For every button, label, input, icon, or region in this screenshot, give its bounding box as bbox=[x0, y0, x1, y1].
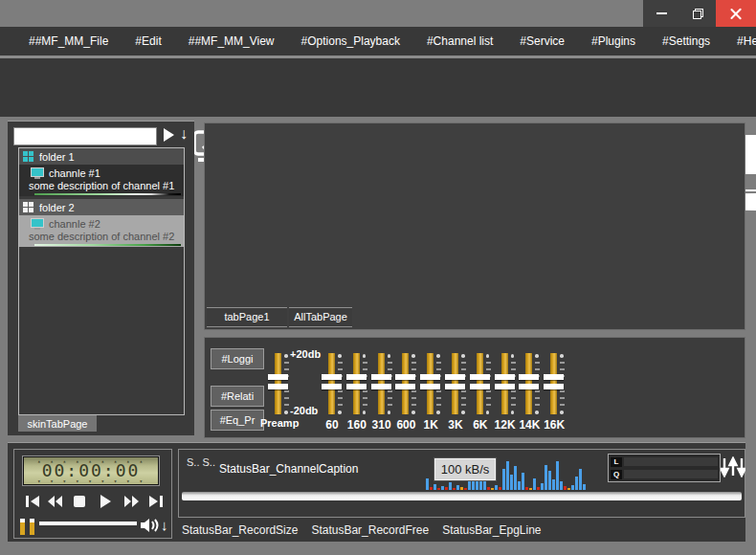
fast-forward-button[interactable] bbox=[123, 495, 141, 508]
stop-button[interactable] bbox=[73, 495, 90, 508]
eq-button-eq-pr[interactable]: #Eq_Pr bbox=[211, 410, 264, 431]
play-transport-button[interactable] bbox=[99, 495, 116, 508]
main-panel: tabPage1AllTabPage bbox=[204, 122, 745, 330]
spectrum-bar bbox=[560, 481, 563, 490]
spectrum-bar bbox=[545, 465, 547, 490]
menu-item-mf-mm-file[interactable]: ##MF_MM_File bbox=[15, 34, 122, 48]
record-progress-bar[interactable] bbox=[182, 492, 742, 500]
volume-bar-right[interactable] bbox=[30, 519, 34, 535]
speaker-icon[interactable] bbox=[140, 518, 160, 537]
spectrum-bar bbox=[529, 488, 532, 490]
status-labels: StatusBar_RecordSizeStatusBar_RecordFree… bbox=[182, 523, 542, 537]
eq-handle[interactable] bbox=[371, 374, 391, 389]
previous-track-icon bbox=[25, 495, 40, 508]
status-label-statusbar-recordsize: StatusBar_RecordSize bbox=[182, 523, 298, 537]
menu-item-plugins[interactable]: #Plugins bbox=[578, 34, 649, 48]
channel-description: some description of channel #1 bbox=[19, 180, 184, 192]
title-bar bbox=[0, 0, 756, 27]
bitrate-value: 100 kB/s bbox=[434, 458, 496, 480]
seek-bar[interactable] bbox=[39, 522, 137, 525]
spectrum-bar bbox=[537, 487, 540, 490]
restore-icon bbox=[693, 9, 703, 19]
restore-button[interactable] bbox=[679, 0, 716, 27]
channel-label: channle #1 bbox=[49, 167, 100, 179]
spectrum-bar bbox=[556, 461, 559, 490]
menu-item-channel-list[interactable]: #Channel list bbox=[413, 34, 506, 48]
monitor-icon bbox=[31, 218, 44, 230]
menu-item-service[interactable]: #Service bbox=[506, 34, 578, 48]
spectrum-bar bbox=[564, 486, 567, 490]
tree-channel-channle-1[interactable]: channle #1some description of channel #1 bbox=[19, 165, 184, 196]
preamp-label: Preamp bbox=[260, 417, 299, 429]
lcd-clock: ▴▴▴▴▴▴▴▴▴ 00:00:00 ▾▾▾▾▾▾▾▾▾ bbox=[23, 456, 159, 485]
tree-folder-folder-2[interactable]: folder 2 bbox=[19, 199, 184, 215]
eq-slider-12k: 12K bbox=[494, 353, 517, 414]
eq-slider-160: 160 bbox=[345, 353, 368, 414]
stop-icon bbox=[73, 495, 86, 508]
channel-line: channle #1 bbox=[19, 165, 184, 180]
search-dropdown-icon[interactable]: ↓ bbox=[180, 125, 188, 143]
lcd-ticks-top: ▴▴▴▴▴▴▴▴▴ bbox=[37, 458, 145, 463]
eq-button-relati[interactable]: #Relati bbox=[211, 386, 264, 407]
eq-handle[interactable] bbox=[544, 374, 564, 389]
play-transport-icon bbox=[99, 495, 112, 508]
volume-bar-left[interactable] bbox=[20, 519, 25, 535]
eq-handle[interactable] bbox=[346, 374, 367, 389]
eq-handle[interactable] bbox=[470, 374, 490, 389]
eq-handle[interactable] bbox=[395, 374, 415, 389]
volume-dropdown-icon[interactable]: ↓ bbox=[161, 517, 168, 533]
channel-label: channle #2 bbox=[49, 218, 100, 230]
previous-track-button[interactable] bbox=[25, 495, 42, 508]
eq-handle[interactable] bbox=[322, 374, 342, 389]
spectrum-bar bbox=[567, 488, 570, 490]
next-track-button[interactable] bbox=[148, 495, 166, 508]
eq-slider-3k: 3K bbox=[444, 353, 467, 414]
tree-folder-folder-1[interactable]: folder 1 bbox=[19, 148, 184, 165]
spectrum-bar bbox=[495, 485, 498, 490]
spectrum-bar bbox=[552, 479, 555, 490]
tab-strip: tabPage1AllTabPage bbox=[207, 307, 354, 327]
eq-slider-310: 310 bbox=[370, 353, 393, 414]
menu-item-settings[interactable]: #Settings bbox=[649, 34, 723, 48]
spectrum-bar bbox=[487, 487, 490, 490]
monitor-icon bbox=[31, 167, 44, 179]
eq-handle[interactable] bbox=[445, 374, 465, 389]
menu-item-options-playback[interactable]: #Options_Playback bbox=[288, 34, 413, 48]
spectrum-bar bbox=[579, 469, 582, 490]
spectrum-bar bbox=[571, 485, 574, 490]
spectrum-bar bbox=[548, 471, 551, 490]
tab-alltabpage[interactable]: AllTabPage bbox=[289, 307, 352, 327]
mixer-levels-icon[interactable] bbox=[721, 456, 745, 481]
status-label-statusbar-recordfree: StatusBar_RecordFree bbox=[311, 523, 429, 537]
spectrum-bar bbox=[510, 475, 513, 490]
menu-item-edit[interactable]: #Edit bbox=[122, 34, 174, 48]
spectrum-bar bbox=[502, 469, 505, 490]
eq-handle[interactable] bbox=[420, 374, 440, 389]
eq-handle[interactable] bbox=[268, 374, 288, 389]
search-input[interactable] bbox=[13, 127, 157, 145]
rewind-button[interactable] bbox=[47, 495, 64, 508]
status-panel: ▴▴▴▴▴▴▴▴▴ 00:00:00 ▾▾▾▾▾▾▾▾▾ ↓ S.. bbox=[8, 442, 745, 542]
fast-forward-icon bbox=[123, 495, 140, 508]
meter-q-bar bbox=[624, 470, 718, 478]
eq-handle[interactable] bbox=[495, 374, 515, 389]
minimize-button[interactable] bbox=[643, 0, 679, 27]
tab-skintabpage[interactable]: skinTabPage bbox=[18, 415, 97, 432]
eq-button-loggi[interactable]: #Loggi bbox=[211, 348, 264, 369]
rewind-icon bbox=[47, 495, 63, 508]
eq-handle[interactable] bbox=[519, 374, 539, 389]
menu-item-help[interactable]: #Help bbox=[723, 34, 756, 48]
tree-channel-channle-2[interactable]: channle #2some description of channel #2 bbox=[19, 215, 184, 247]
tab-tabpage1[interactable]: tabPage1 bbox=[207, 307, 287, 327]
menu-item-mf-mm-view[interactable]: ##MF_MM_View bbox=[175, 34, 288, 48]
meter-q-label: Q bbox=[611, 470, 622, 479]
channel-caption: StatusBar_ChannelCaption bbox=[219, 462, 358, 476]
eq-slider-6k: 6K bbox=[469, 353, 492, 414]
folder-label: folder 1 bbox=[39, 151, 75, 163]
search-go-icon[interactable] bbox=[164, 128, 174, 142]
spectrum-bar bbox=[533, 478, 536, 490]
spectrum-bar bbox=[525, 487, 528, 490]
window-controls bbox=[643, 0, 756, 27]
close-button[interactable] bbox=[716, 0, 756, 27]
eq-slider-14k: 14K bbox=[518, 353, 541, 414]
